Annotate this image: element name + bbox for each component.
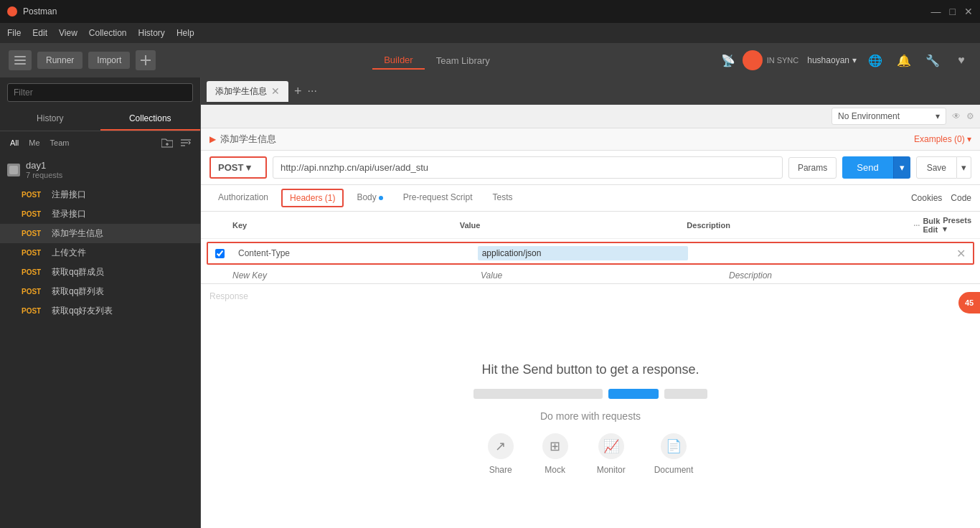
save-button[interactable]: Save <box>916 156 957 179</box>
send-button[interactable]: Send <box>842 156 892 179</box>
svg-rect-2 <box>14 60 26 61</box>
import-button[interactable]: Import <box>88 52 130 69</box>
env-settings-icon[interactable]: ⚙ <box>966 111 974 121</box>
runner-button[interactable]: Runner <box>37 52 83 69</box>
user-menu-button[interactable]: hushaoyan ▾ <box>807 55 857 65</box>
share-button[interactable]: ↗ Share <box>488 433 514 475</box>
code-button[interactable]: Code <box>951 193 971 203</box>
active-request-tab[interactable]: 添加学生信息 ✕ <box>207 81 288 102</box>
row-checkbox[interactable] <box>215 249 232 258</box>
add-tab-button[interactable]: + <box>291 84 305 99</box>
breadcrumb-arrow-icon: ▶ <box>209 134 216 144</box>
signal-icon[interactable]: 📡 <box>718 50 738 70</box>
method-badge-2: POST <box>22 230 46 237</box>
collection-name: day1 <box>26 160 62 171</box>
heart-icon[interactable]: ♥ <box>951 50 971 70</box>
method-arrow-icon: ▾ <box>246 162 251 173</box>
toolbar-right: 📡 IN SYNC hushaoyan ▾ 🌐 🔔 🔧 ♥ <box>718 50 971 70</box>
tab-history[interactable]: History <box>0 108 100 131</box>
url-input[interactable] <box>273 156 783 179</box>
close-button[interactable]: ✕ <box>964 6 973 17</box>
presets-button[interactable]: Presets ▾ <box>943 216 971 234</box>
tab-body[interactable]: Body <box>348 185 391 211</box>
tab-pre-request[interactable]: Pre-request Script <box>395 185 481 211</box>
desc-col-header: Description <box>687 221 908 230</box>
menu-view[interactable]: View <box>59 28 77 38</box>
close-tab-icon[interactable]: ✕ <box>271 86 280 96</box>
app-icon <box>7 6 17 16</box>
examples-button[interactable]: Examples (0) ▾ <box>914 134 971 144</box>
method-badge-5: POST <box>22 288 46 296</box>
document-button[interactable]: 📄 Document <box>654 433 694 475</box>
new-tab-button[interactable] <box>136 50 156 70</box>
request-item-6[interactable]: POST 获取qq好友列表 <box>0 301 200 321</box>
content-area: 添加学生信息 ✕ + ··· No Environment ▾ 👁 ⚙ ▶ 添加… <box>201 77 980 528</box>
request-item-1[interactable]: POST 登录接口 <box>0 204 200 224</box>
header-value-cell <box>478 246 712 260</box>
user-arrow-icon: ▾ <box>852 55 857 65</box>
request-name-5: 获取qq群列表 <box>52 286 104 298</box>
method-select[interactable]: POST ▾ <box>209 156 267 179</box>
params-button[interactable]: Params <box>788 157 837 179</box>
collection-day1[interactable]: day1 7 requests <box>0 154 200 185</box>
request-item-4[interactable]: POST 获取qq群成员 <box>0 263 200 282</box>
tab-tests[interactable]: Tests <box>484 185 521 211</box>
menu-edit[interactable]: Edit <box>32 28 47 38</box>
send-button-group: Send ▾ <box>842 156 910 179</box>
headers-table: Key Value Description ··· Bulk Edit Pres… <box>201 212 980 283</box>
menu-history[interactable]: History <box>138 28 165 38</box>
menu-file[interactable]: File <box>7 28 21 38</box>
menu-help[interactable]: Help <box>176 28 194 38</box>
tab-authorization[interactable]: Authorization <box>209 185 277 211</box>
sidebar-toggle-button[interactable] <box>9 50 32 70</box>
monitor-button[interactable]: 📈 Monitor <box>597 433 626 475</box>
request-item-0[interactable]: POST 注册接口 <box>0 185 200 204</box>
maximize-button[interactable]: □ <box>950 6 956 17</box>
hit-send-text: Hit the Send button to get a response. <box>481 362 699 377</box>
svg-rect-3 <box>14 63 26 65</box>
window-controls[interactable]: — □ ✕ <box>931 6 973 17</box>
mock-button[interactable]: ⊞ Mock <box>542 433 568 475</box>
header-checkbox[interactable] <box>215 249 225 258</box>
request-name-6: 获取qq好友列表 <box>52 305 113 317</box>
more-options-icon[interactable]: ··· <box>913 221 920 230</box>
sidebar-tabs: History Collections <box>0 108 200 131</box>
send-dropdown-button[interactable]: ▾ <box>893 156 910 179</box>
filter-all[interactable]: All <box>7 137 22 148</box>
eye-icon[interactable]: 👁 <box>952 111 961 121</box>
tab-team-library[interactable]: Team Library <box>425 52 501 69</box>
header-row-close-icon[interactable]: ✕ <box>956 247 966 260</box>
new-folder-icon[interactable] <box>160 136 174 150</box>
new-value-input[interactable] <box>481 270 723 280</box>
cookies-button[interactable]: Cookies <box>911 193 942 203</box>
filter-team[interactable]: Team <box>47 137 72 148</box>
more-tabs-button[interactable]: ··· <box>308 85 317 98</box>
request-item-2[interactable]: POST 添加学生信息 <box>0 224 200 243</box>
titlebar-left: Postman <box>7 6 57 16</box>
new-desc-input[interactable] <box>729 270 971 280</box>
share-label: Share <box>489 465 512 475</box>
tab-collections[interactable]: Collections <box>100 108 201 131</box>
bar-long <box>473 389 603 399</box>
sort-icon[interactable] <box>179 136 193 150</box>
bulk-edit-button[interactable]: Bulk Edit <box>923 217 940 234</box>
request-item-5[interactable]: POST 获取qq群列表 <box>0 282 200 301</box>
header-value-input[interactable] <box>478 246 688 260</box>
request-item-3[interactable]: POST 上传文件 <box>0 243 200 263</box>
menu-collection[interactable]: Collection <box>89 28 127 38</box>
search-input[interactable] <box>7 83 193 102</box>
save-dropdown-button[interactable]: ▾ <box>957 156 971 179</box>
environment-select[interactable]: No Environment ▾ <box>831 108 946 125</box>
active-tab-label: 添加学生信息 <box>215 85 267 98</box>
bell-icon[interactable]: 🔔 <box>894 50 914 70</box>
minimize-button[interactable]: — <box>931 6 941 17</box>
tab-builder[interactable]: Builder <box>372 52 424 70</box>
settings-icon[interactable]: 🔧 <box>923 50 943 70</box>
globe-icon[interactable]: 🌐 <box>865 50 885 70</box>
request-line: POST ▾ Params Send ▾ Save ▾ <box>201 151 980 185</box>
filter-me[interactable]: Me <box>26 137 42 148</box>
tab-headers[interactable]: Headers (1) <box>281 189 344 207</box>
orange-badge[interactable]: 45 <box>958 292 980 314</box>
request-name-0: 注册接口 <box>52 189 86 201</box>
new-key-input[interactable] <box>232 270 475 280</box>
